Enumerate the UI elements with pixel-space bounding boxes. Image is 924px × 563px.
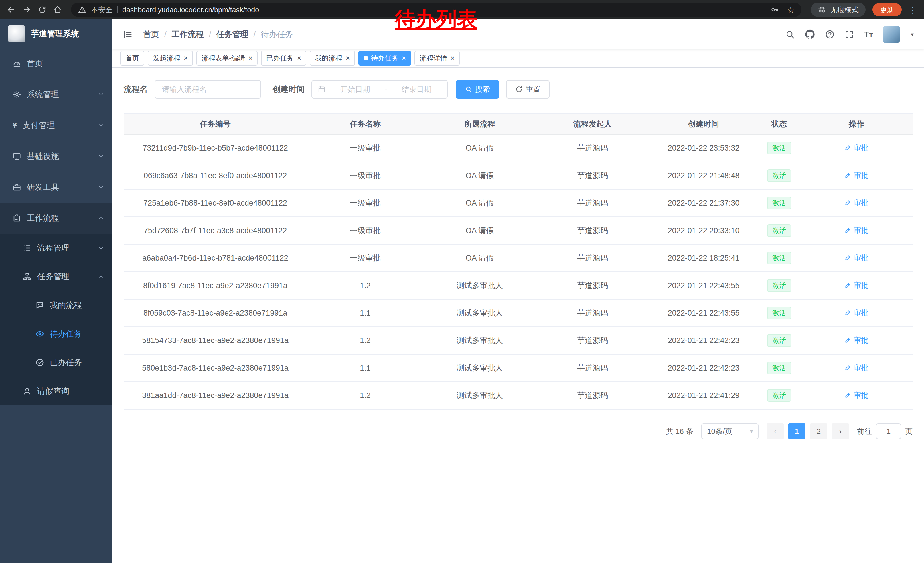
- tabs-bar: 首页发起流程×流程表单-编辑×已办任务×我的流程×待办任务×流程详情×: [112, 49, 924, 68]
- tab-已办任务[interactable]: 已办任务×: [261, 51, 306, 66]
- sidebar-item-流程管理[interactable]: 流程管理: [0, 234, 112, 262]
- reset-button[interactable]: 重置: [506, 80, 550, 99]
- sidebar-item-工作流程[interactable]: 工作流程: [0, 203, 112, 234]
- warning-icon: [78, 6, 87, 14]
- approve-label: 审批: [854, 143, 868, 153]
- font-size-icon[interactable]: TT: [864, 30, 873, 39]
- sidebar-item-label: 首页: [27, 58, 43, 69]
- task-name: 1.2: [307, 382, 424, 409]
- close-tab-icon[interactable]: ×: [346, 55, 350, 62]
- approve-link[interactable]: 审批: [844, 390, 868, 400]
- close-tab-icon[interactable]: ×: [184, 55, 188, 62]
- page-button-2[interactable]: 2: [810, 423, 827, 439]
- sidebar-item-我的流程[interactable]: 我的流程: [0, 291, 112, 320]
- gear-icon: [13, 90, 21, 99]
- fullscreen-icon[interactable]: [844, 30, 854, 39]
- url-text[interactable]: dashboard.yudao.iocoder.cn/bpm/task/todo: [122, 6, 259, 14]
- key-icon[interactable]: [770, 6, 779, 14]
- total-count: 共 16 条: [666, 426, 693, 437]
- approve-label: 审批: [854, 280, 868, 290]
- tab-流程表单-编辑[interactable]: 流程表单-编辑×: [196, 51, 258, 66]
- task-name: 一级审批: [307, 244, 424, 272]
- tab-发起流程[interactable]: 发起流程×: [148, 51, 193, 66]
- breadcrumb-separator: /: [254, 30, 256, 39]
- approve-label: 审批: [854, 363, 868, 373]
- close-tab-icon[interactable]: ×: [249, 55, 252, 62]
- approve-link[interactable]: 审批: [844, 170, 868, 180]
- status-cell: 激活: [758, 382, 800, 409]
- sidebar-item-系统管理[interactable]: 系统管理: [0, 79, 112, 110]
- sidebar-item-基础设施[interactable]: 基础设施: [0, 141, 112, 172]
- create-time: 2022-01-22 21:37:30: [649, 189, 758, 217]
- tasks-table: 任务编号任务名称所属流程流程发起人创建时间状态操作 73211d9d-7b9b-…: [124, 113, 912, 410]
- approve-link[interactable]: 审批: [844, 308, 868, 318]
- forward-icon[interactable]: [22, 6, 31, 14]
- tab-首页[interactable]: 首页: [120, 51, 144, 66]
- update-button[interactable]: 更新: [873, 3, 902, 17]
- breadcrumb-item[interactable]: 工作流程: [172, 29, 204, 40]
- action-cell: 审批: [800, 299, 912, 327]
- home-icon[interactable]: [53, 6, 62, 14]
- sidebar-item-label: 支付管理: [23, 120, 55, 131]
- approve-link[interactable]: 审批: [844, 280, 868, 290]
- status-cell: 激活: [758, 189, 800, 217]
- chevron-down-icon: [98, 122, 104, 129]
- sidebar-item-待办任务[interactable]: 待办任务: [0, 320, 112, 348]
- goto-page-input[interactable]: [876, 423, 901, 439]
- browser-menu-icon[interactable]: ⋮: [909, 5, 917, 15]
- sidebar-toggle-icon[interactable]: [123, 29, 133, 39]
- page-button-1[interactable]: 1: [788, 423, 806, 439]
- page-size-select[interactable]: 10条/页 ▾: [701, 423, 759, 439]
- breadcrumb-item[interactable]: 任务管理: [216, 29, 249, 40]
- approve-link[interactable]: 审批: [844, 198, 868, 208]
- tab-label: 流程详情: [420, 54, 447, 63]
- avatar[interactable]: [883, 26, 900, 43]
- action-cell: 审批: [800, 162, 912, 189]
- tab-我的流程[interactable]: 我的流程×: [310, 51, 355, 66]
- omnibox-divider: [117, 6, 118, 14]
- close-tab-icon[interactable]: ×: [450, 55, 454, 62]
- breadcrumb-separator: /: [209, 30, 211, 39]
- column-header: 操作: [800, 114, 912, 134]
- status-badge: 激活: [767, 224, 791, 237]
- search-button[interactable]: 搜索: [456, 80, 499, 99]
- approve-link[interactable]: 审批: [844, 335, 868, 345]
- star-icon[interactable]: ☆: [787, 5, 795, 15]
- tab-流程详情[interactable]: 流程详情×: [414, 51, 460, 66]
- next-page-button[interactable]: ›: [832, 423, 849, 439]
- user-icon: [23, 387, 32, 395]
- close-tab-icon[interactable]: ×: [402, 55, 406, 62]
- process-name: 测试多审批人: [424, 299, 536, 327]
- breadcrumb-item[interactable]: 首页: [143, 29, 159, 40]
- close-tab-icon[interactable]: ×: [297, 55, 301, 62]
- approve-link[interactable]: 审批: [844, 143, 868, 153]
- date-range-picker[interactable]: 开始日期 - 结束日期: [311, 80, 448, 99]
- column-header: 所属流程: [424, 114, 536, 134]
- search-icon[interactable]: [785, 30, 795, 39]
- pencil-icon: [844, 172, 851, 179]
- task-id: 73211d9d-7b9b-11ec-b5b7-acde48001122: [124, 134, 307, 162]
- sidebar-item-任务管理[interactable]: 任务管理: [0, 262, 112, 291]
- back-icon[interactable]: [7, 6, 15, 14]
- sidebar-item-请假查询[interactable]: 请假查询: [0, 377, 112, 405]
- sidebar-item-label: 流程管理: [37, 243, 69, 254]
- approve-link[interactable]: 审批: [844, 225, 868, 236]
- refresh-icon[interactable]: [38, 6, 46, 14]
- tab-待办任务[interactable]: 待办任务×: [358, 51, 411, 66]
- approve-link[interactable]: 审批: [844, 253, 868, 263]
- help-icon[interactable]: [825, 30, 835, 39]
- task-id: 725a1eb6-7b88-11ec-8ef0-acde48001122: [124, 189, 307, 217]
- chevron-down-icon[interactable]: ▾: [911, 31, 914, 38]
- approve-link[interactable]: 审批: [844, 363, 868, 373]
- process-name-input[interactable]: [154, 80, 261, 99]
- sidebar-item-已办任务[interactable]: 已办任务: [0, 348, 112, 377]
- sidebar-item-首页[interactable]: 首页: [0, 48, 112, 79]
- prev-page-button[interactable]: ‹: [766, 423, 784, 439]
- filter-bar: 流程名 创建时间 开始日期 - 结束日期 搜索 重: [124, 80, 912, 99]
- tree-list-icon: [23, 244, 32, 252]
- github-icon[interactable]: [805, 29, 815, 39]
- table-row: 8f0d1619-7ac8-11ec-a9e2-a2380e71991a1.2测…: [124, 272, 912, 299]
- sidebar-item-支付管理[interactable]: ¥支付管理: [0, 110, 112, 141]
- sidebar: 芋道管理系统 首页系统管理¥支付管理基础设施研发工具工作流程流程管理任务管理我的…: [0, 20, 112, 563]
- sidebar-item-研发工具[interactable]: 研发工具: [0, 172, 112, 203]
